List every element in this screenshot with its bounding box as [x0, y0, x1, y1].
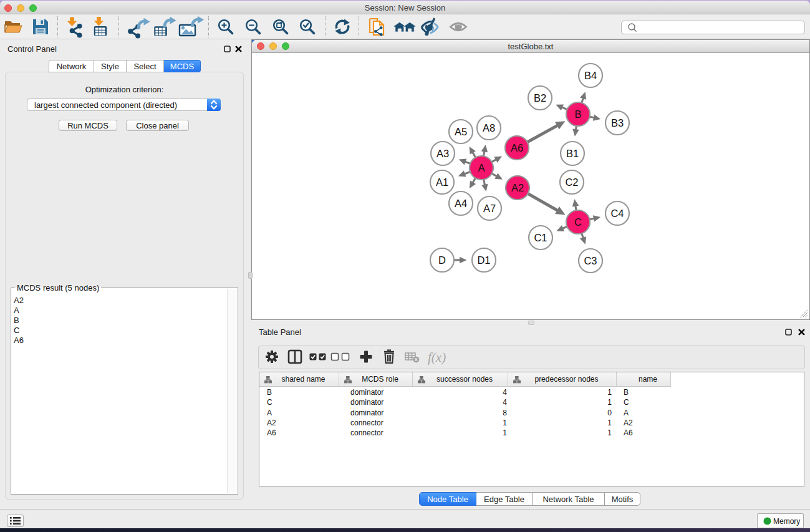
svg-text:C: C	[574, 216, 582, 228]
svg-text:A2: A2	[511, 182, 524, 193]
svg-text:B: B	[574, 109, 581, 120]
svg-text:A4: A4	[455, 198, 467, 209]
svg-text:A8: A8	[483, 122, 495, 133]
svg-text:B4: B4	[584, 70, 597, 81]
svg-text:A1: A1	[436, 177, 448, 188]
svg-text:C1: C1	[534, 232, 547, 243]
svg-text:B2: B2	[534, 92, 546, 104]
svg-text:D1: D1	[477, 254, 490, 266]
svg-text:A: A	[478, 162, 485, 173]
svg-text:C2: C2	[565, 177, 578, 188]
svg-text:D: D	[438, 254, 446, 266]
svg-text:f(x): f(x)	[428, 350, 446, 365]
svg-text:B3: B3	[611, 117, 624, 128]
svg-text:B1: B1	[566, 148, 579, 159]
svg-text:A7: A7	[483, 203, 496, 214]
svg-text:A5: A5	[455, 126, 467, 137]
svg-text:C4: C4	[610, 208, 624, 219]
svg-text:A3: A3	[436, 148, 449, 159]
svg-text:C3: C3	[584, 255, 597, 266]
svg-text:A6: A6	[511, 142, 523, 153]
